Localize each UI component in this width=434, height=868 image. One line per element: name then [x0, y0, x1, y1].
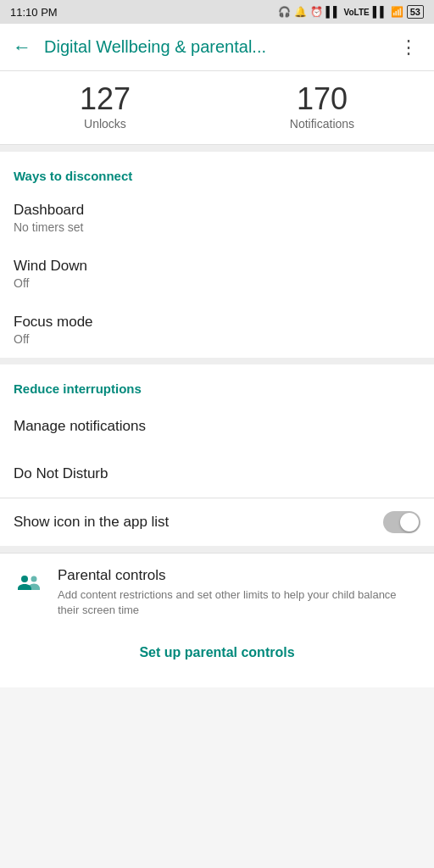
wind-down-title: Wind Down [14, 258, 420, 275]
setup-btn-row: Set up parental controls [0, 625, 434, 687]
parental-section: Parental controls Add content restrictio… [0, 553, 434, 625]
interruptions-section: Reduce interruptions Manage notification… [0, 364, 434, 498]
focus-mode-subtitle: Off [14, 332, 420, 346]
manage-notifications-item[interactable]: Manage notifications [0, 403, 434, 450]
show-icon-toggle[interactable] [383, 511, 420, 533]
wind-down-subtitle: Off [14, 276, 420, 290]
battery-indicator: 53 [407, 5, 424, 19]
setup-parental-controls-button[interactable]: Set up parental controls [125, 638, 308, 667]
disconnect-header: Ways to disconnect [0, 152, 434, 190]
status-bar: 11:10 PM 🎧 🔔 ⏰ ▌▌ VoLTE ▌▌ 📶 53 [0, 0, 434, 24]
notifications-stat: 170 Notifications [290, 81, 354, 131]
wind-down-item[interactable]: Wind Down Off [0, 246, 434, 302]
dashboard-subtitle: No timers set [14, 220, 420, 234]
show-icon-label: Show icon in the app list [14, 514, 169, 531]
dashboard-title: Dashboard [14, 202, 420, 219]
wifi-icon: 📶 [391, 6, 403, 18]
volte-icon: VoLTE [344, 8, 370, 17]
dashboard-item[interactable]: Dashboard No timers set [0, 190, 434, 246]
divider-1 [0, 145, 434, 152]
parental-icon [14, 570, 44, 608]
status-icons: 🎧 🔔 ⏰ ▌▌ VoLTE ▌▌ 📶 53 [278, 5, 424, 19]
app-bar: ← Digital Wellbeing & parental... ⋮ [0, 24, 434, 71]
toggle-knob [400, 513, 419, 531]
back-button[interactable]: ← [3, 29, 41, 66]
bell-icon: 🔔 [294, 6, 307, 18]
focus-mode-title: Focus mode [14, 314, 420, 331]
interruptions-header: Reduce interruptions [0, 364, 434, 403]
divider-3 [0, 546, 434, 553]
headset-icon: 🎧 [278, 6, 291, 18]
do-not-disturb-title: Do Not Disturb [14, 465, 420, 482]
notifications-count: 170 [297, 81, 348, 117]
back-icon: ← [13, 36, 31, 58]
do-not-disturb-item[interactable]: Do Not Disturb [0, 450, 434, 498]
svg-point-1 [31, 576, 37, 582]
show-icon-toggle-row[interactable]: Show icon in the app list [0, 498, 434, 546]
divider-2 [0, 358, 434, 364]
unlocks-stat: 127 Unlocks [80, 81, 131, 131]
more-options-button[interactable]: ⋮ [390, 29, 427, 66]
focus-mode-item[interactable]: Focus mode Off [0, 302, 434, 358]
notifications-label: Notifications [290, 117, 354, 131]
parental-text-block: Parental controls Add content restrictio… [58, 567, 420, 618]
unlocks-label: Unlocks [84, 117, 126, 131]
stats-row: 127 Unlocks 170 Notifications [0, 71, 434, 145]
app-title: Digital Wellbeing & parental... [44, 37, 390, 57]
status-time: 11:10 PM [10, 6, 58, 19]
parental-description: Add content restrictions and set other l… [58, 587, 420, 618]
disconnect-section: Ways to disconnect Dashboard No timers s… [0, 152, 434, 358]
svg-point-0 [21, 576, 28, 582]
manage-notifications-title: Manage notifications [14, 418, 420, 435]
unlocks-count: 127 [80, 81, 131, 117]
more-icon: ⋮ [399, 36, 419, 58]
parental-title: Parental controls [58, 567, 166, 583]
signal-icon: ▌▌ [326, 6, 341, 18]
alarm-icon: ⏰ [310, 6, 323, 18]
signal2-icon: ▌▌ [373, 6, 387, 18]
